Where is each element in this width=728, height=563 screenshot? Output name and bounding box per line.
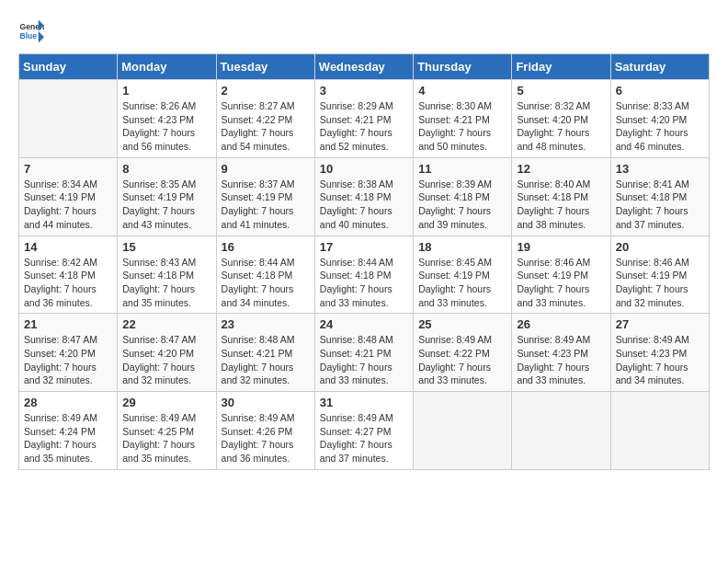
day-number: 16	[222, 240, 310, 254]
day-number: 12	[517, 162, 605, 176]
calendar-week-row: 7Sunrise: 8:34 AM Sunset: 4:19 PM Daylig…	[19, 157, 710, 236]
day-info: Sunrise: 8:42 AM Sunset: 4:18 PM Dayligh…	[24, 256, 112, 310]
day-info: Sunrise: 8:49 AM Sunset: 4:23 PM Dayligh…	[517, 333, 605, 387]
day-number: 29	[122, 396, 210, 409]
day-number: 14	[24, 240, 112, 254]
calendar-cell: 27Sunrise: 8:49 AM Sunset: 4:23 PM Dayli…	[610, 314, 709, 392]
day-info: Sunrise: 8:37 AM Sunset: 4:19 PM Dayligh…	[222, 178, 310, 232]
calendar-cell: 6Sunrise: 8:33 AM Sunset: 4:20 PM Daylig…	[610, 80, 709, 158]
calendar-cell: 5Sunrise: 8:32 AM Sunset: 4:20 PM Daylig…	[512, 80, 610, 158]
calendar-cell: 3Sunrise: 8:29 AM Sunset: 4:21 PM Daylig…	[314, 80, 413, 158]
day-number: 24	[320, 317, 408, 331]
weekday-header-wednesday: Wednesday	[314, 54, 413, 80]
calendar-cell: 20Sunrise: 8:46 AM Sunset: 4:19 PM Dayli…	[610, 236, 709, 314]
day-number: 13	[616, 162, 704, 176]
day-info: Sunrise: 8:47 AM Sunset: 4:20 PM Dayligh…	[24, 333, 112, 387]
calendar-cell: 29Sunrise: 8:49 AM Sunset: 4:25 PM Dayli…	[118, 392, 216, 470]
day-number: 1	[122, 84, 210, 98]
day-number: 28	[24, 396, 112, 409]
day-info: Sunrise: 8:49 AM Sunset: 4:22 PM Dayligh…	[418, 333, 506, 387]
calendar-cell: 22Sunrise: 8:47 AM Sunset: 4:20 PM Dayli…	[118, 314, 216, 392]
calendar-week-row: 28Sunrise: 8:49 AM Sunset: 4:24 PM Dayli…	[19, 392, 710, 470]
day-number: 26	[517, 317, 605, 331]
day-number: 11	[418, 162, 506, 176]
logo-icon: General Blue	[18, 18, 44, 44]
day-number: 21	[24, 317, 112, 331]
day-number: 19	[517, 240, 605, 254]
day-info: Sunrise: 8:38 AM Sunset: 4:18 PM Dayligh…	[320, 178, 408, 232]
day-info: Sunrise: 8:35 AM Sunset: 4:19 PM Dayligh…	[122, 178, 210, 232]
calendar-cell	[610, 392, 709, 470]
weekday-header-friday: Friday	[512, 54, 610, 80]
day-info: Sunrise: 8:32 AM Sunset: 4:20 PM Dayligh…	[517, 99, 605, 154]
day-info: Sunrise: 8:49 AM Sunset: 4:25 PM Dayligh…	[122, 411, 210, 465]
day-info: Sunrise: 8:45 AM Sunset: 4:19 PM Dayligh…	[418, 256, 506, 310]
day-number: 7	[24, 162, 112, 176]
day-number: 31	[320, 396, 408, 409]
calendar-cell: 31Sunrise: 8:49 AM Sunset: 4:27 PM Dayli…	[314, 392, 413, 470]
day-number: 6	[616, 84, 704, 98]
day-info: Sunrise: 8:34 AM Sunset: 4:19 PM Dayligh…	[24, 178, 112, 232]
day-info: Sunrise: 8:44 AM Sunset: 4:18 PM Dayligh…	[222, 256, 310, 310]
day-number: 9	[222, 162, 310, 176]
day-info: Sunrise: 8:43 AM Sunset: 4:18 PM Dayligh…	[122, 256, 210, 310]
weekday-header-monday: Monday	[118, 54, 216, 80]
calendar-cell: 16Sunrise: 8:44 AM Sunset: 4:18 PM Dayli…	[216, 236, 314, 314]
calendar-cell: 12Sunrise: 8:40 AM Sunset: 4:18 PM Dayli…	[512, 157, 610, 236]
day-number: 4	[418, 84, 506, 98]
day-number: 15	[122, 240, 210, 254]
weekday-header-saturday: Saturday	[610, 54, 709, 80]
svg-text:Blue: Blue	[20, 31, 38, 40]
day-number: 2	[222, 84, 310, 98]
day-info: Sunrise: 8:49 AM Sunset: 4:24 PM Dayligh…	[24, 411, 112, 465]
day-info: Sunrise: 8:46 AM Sunset: 4:19 PM Dayligh…	[616, 256, 704, 310]
calendar-cell: 24Sunrise: 8:48 AM Sunset: 4:21 PM Dayli…	[314, 314, 413, 392]
calendar-cell	[19, 80, 118, 158]
calendar-cell: 18Sunrise: 8:45 AM Sunset: 4:19 PM Dayli…	[414, 236, 512, 314]
day-number: 23	[222, 317, 310, 331]
day-number: 20	[616, 240, 704, 254]
weekday-header-thursday: Thursday	[414, 54, 512, 80]
calendar-cell: 8Sunrise: 8:35 AM Sunset: 4:19 PM Daylig…	[118, 157, 216, 236]
day-info: Sunrise: 8:49 AM Sunset: 4:23 PM Dayligh…	[616, 333, 704, 387]
calendar-table: SundayMondayTuesdayWednesdayThursdayFrid…	[18, 53, 710, 470]
day-info: Sunrise: 8:46 AM Sunset: 4:19 PM Dayligh…	[517, 256, 605, 310]
calendar-cell	[512, 392, 610, 470]
calendar-cell: 13Sunrise: 8:41 AM Sunset: 4:18 PM Dayli…	[610, 157, 709, 236]
day-number: 30	[222, 396, 310, 409]
calendar-cell: 23Sunrise: 8:48 AM Sunset: 4:21 PM Dayli…	[216, 314, 314, 392]
day-info: Sunrise: 8:33 AM Sunset: 4:20 PM Dayligh…	[616, 99, 704, 154]
calendar-cell: 21Sunrise: 8:47 AM Sunset: 4:20 PM Dayli…	[19, 314, 118, 392]
day-number: 17	[320, 240, 408, 254]
day-info: Sunrise: 8:48 AM Sunset: 4:21 PM Dayligh…	[320, 333, 408, 387]
calendar-cell: 7Sunrise: 8:34 AM Sunset: 4:19 PM Daylig…	[19, 157, 118, 236]
day-info: Sunrise: 8:47 AM Sunset: 4:20 PM Dayligh…	[122, 333, 210, 387]
day-info: Sunrise: 8:39 AM Sunset: 4:18 PM Dayligh…	[418, 178, 506, 232]
day-info: Sunrise: 8:41 AM Sunset: 4:18 PM Dayligh…	[616, 178, 704, 232]
day-number: 8	[122, 162, 210, 176]
day-info: Sunrise: 8:48 AM Sunset: 4:21 PM Dayligh…	[222, 333, 310, 387]
calendar-cell: 1Sunrise: 8:26 AM Sunset: 4:23 PM Daylig…	[118, 80, 216, 158]
calendar-cell: 2Sunrise: 8:27 AM Sunset: 4:22 PM Daylig…	[216, 80, 314, 158]
calendar-week-row: 1Sunrise: 8:26 AM Sunset: 4:23 PM Daylig…	[19, 80, 710, 158]
calendar-week-row: 14Sunrise: 8:42 AM Sunset: 4:18 PM Dayli…	[19, 236, 710, 314]
calendar-cell	[414, 392, 512, 470]
day-info: Sunrise: 8:26 AM Sunset: 4:23 PM Dayligh…	[122, 99, 210, 154]
day-info: Sunrise: 8:49 AM Sunset: 4:27 PM Dayligh…	[320, 411, 408, 465]
day-info: Sunrise: 8:49 AM Sunset: 4:26 PM Dayligh…	[222, 411, 310, 465]
calendar-cell: 10Sunrise: 8:38 AM Sunset: 4:18 PM Dayli…	[314, 157, 413, 236]
calendar-cell: 11Sunrise: 8:39 AM Sunset: 4:18 PM Dayli…	[414, 157, 512, 236]
calendar-header-row: SundayMondayTuesdayWednesdayThursdayFrid…	[19, 54, 710, 80]
calendar-cell: 9Sunrise: 8:37 AM Sunset: 4:19 PM Daylig…	[216, 157, 314, 236]
day-info: Sunrise: 8:30 AM Sunset: 4:21 PM Dayligh…	[418, 99, 506, 154]
weekday-header-sunday: Sunday	[19, 54, 118, 80]
day-info: Sunrise: 8:40 AM Sunset: 4:18 PM Dayligh…	[517, 178, 605, 232]
day-number: 10	[320, 162, 408, 176]
calendar-cell: 30Sunrise: 8:49 AM Sunset: 4:26 PM Dayli…	[216, 392, 314, 470]
page-header: General Blue	[18, 18, 710, 44]
calendar-week-row: 21Sunrise: 8:47 AM Sunset: 4:20 PM Dayli…	[19, 314, 710, 392]
weekday-header-tuesday: Tuesday	[216, 54, 314, 80]
calendar-cell: 15Sunrise: 8:43 AM Sunset: 4:18 PM Dayli…	[118, 236, 216, 314]
day-info: Sunrise: 8:27 AM Sunset: 4:22 PM Dayligh…	[222, 99, 310, 154]
logo: General Blue	[18, 18, 44, 44]
